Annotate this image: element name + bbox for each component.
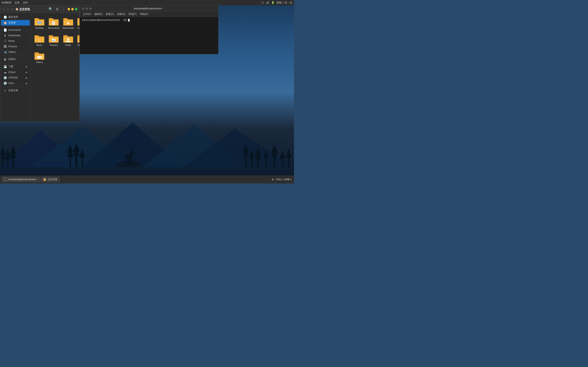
svg-marker-34 bbox=[271, 145, 278, 153]
svg-marker-28 bbox=[255, 151, 261, 159]
more-options-button[interactable]: ⋮ bbox=[61, 7, 66, 11]
sidebar-item-downloads[interactable]: ⬇ Downloads bbox=[1, 33, 30, 38]
term-menu-search[interactable]: 搜索(S) bbox=[116, 12, 127, 16]
svg-marker-21 bbox=[79, 149, 85, 157]
term-menubar: 文件(F) 编辑(E) 查看(V) 搜索(S) 终端(T) 帮助(H) bbox=[80, 12, 218, 17]
battery-icon[interactable]: 🔋 bbox=[271, 1, 274, 4]
svg-line-49 bbox=[128, 145, 130, 147]
taskbar-top-left: 应用程序 位置 文件 bbox=[2, 1, 28, 4]
show-desktop-button[interactable]: duxiaobai@localhostcent:~ bbox=[2, 177, 40, 182]
minimize-button[interactable] bbox=[68, 8, 70, 10]
sidebar-item-label: Cent... bbox=[8, 82, 16, 85]
sidebar-item-icloud[interactable]: ☁ iCloud ⏏ bbox=[1, 69, 30, 75]
folder-documents[interactable]: Documents bbox=[47, 15, 60, 31]
screen-layout-icon[interactable]: ⊞ bbox=[272, 178, 274, 181]
folder-label: Music bbox=[36, 44, 43, 46]
svg-marker-31 bbox=[263, 150, 269, 158]
svg-marker-36 bbox=[279, 151, 285, 159]
eject-icloud-button[interactable]: ⏏ bbox=[25, 71, 27, 74]
folder-desktop[interactable]: Desktop bbox=[33, 15, 45, 31]
sidebar-item-label: Documents bbox=[8, 29, 21, 31]
folder-pictures[interactable]: Pictures bbox=[47, 33, 60, 48]
folder-music[interactable]: ♪ Music bbox=[33, 33, 45, 48]
sidebar-item-other[interactable]: + 其他位置 bbox=[1, 88, 30, 93]
sidebar-item-videos[interactable]: 📹 Videos bbox=[1, 49, 30, 55]
svg-rect-76 bbox=[5, 179, 6, 179]
term-menu-view[interactable]: 查看(V) bbox=[104, 12, 116, 16]
volume-icon[interactable]: 🔊 bbox=[266, 1, 269, 4]
fm-content: Desktop Documents bbox=[31, 13, 79, 121]
term-minimize-button[interactable] bbox=[86, 7, 88, 10]
sidebar-item-home[interactable]: 🏠 主目录 bbox=[1, 20, 30, 25]
file-menu[interactable]: 文件 bbox=[23, 1, 28, 4]
fm-titlebar: ‹ › ‹ 🏠 主文件夹 🔍 ⊞ ⋮ bbox=[0, 6, 79, 13]
term-body[interactable]: [duxiaobai@localhostcent ~]$ bbox=[80, 17, 218, 54]
sidebar-item-label: iCloud bbox=[8, 71, 15, 74]
svg-rect-35 bbox=[282, 151, 283, 167]
svg-line-53 bbox=[133, 144, 134, 147]
videos-icon: 📹 bbox=[3, 50, 7, 54]
back-button[interactable]: ‹ bbox=[2, 7, 5, 11]
downloads-icon: ⬇ bbox=[3, 34, 7, 37]
app-menu[interactable]: 应用程序 bbox=[2, 1, 11, 4]
eject-icon: 💾 bbox=[3, 65, 7, 68]
sidebar-item-music[interactable]: 🎵 Music bbox=[1, 38, 30, 44]
sidebar-item-trash[interactable]: 🗑 回收站 bbox=[1, 57, 30, 62]
folder-public[interactable]: Public bbox=[62, 33, 75, 48]
folder-templates[interactable]: 📐 Templates bbox=[76, 33, 79, 48]
term-menu-help[interactable]: 帮助(H) bbox=[138, 12, 150, 16]
eject-cdrom-button[interactable]: ⏏ bbox=[25, 76, 27, 79]
folder-label: fontconfig bbox=[77, 27, 79, 29]
up-button[interactable]: ‹ bbox=[11, 7, 14, 11]
svg-marker-33 bbox=[271, 149, 278, 157]
term-menu-file[interactable]: 文件(F) bbox=[81, 12, 93, 16]
sidebar-item-recent[interactable]: 🕐 最近使用 bbox=[1, 14, 30, 20]
folder-fontconfig[interactable]: fontconfig bbox=[76, 15, 79, 31]
sidebar-item-cdrom[interactable]: 💿 CDROM ⏏ bbox=[1, 75, 30, 80]
sidebar-item-download-mount[interactable]: 💾 下载 ⏏ bbox=[1, 64, 30, 69]
svg-point-70 bbox=[67, 38, 69, 40]
svg-point-40 bbox=[125, 155, 132, 159]
svg-text:♪: ♪ bbox=[38, 38, 40, 43]
path-home-icon: 🏠 bbox=[15, 8, 18, 11]
sidebar-item-cent[interactable]: 💿 Cent... ⏏ bbox=[1, 81, 30, 86]
svg-marker-6 bbox=[0, 151, 5, 159]
svg-rect-14 bbox=[69, 149, 71, 167]
screen-icon[interactable]: ⬛ bbox=[261, 1, 264, 4]
recent-icon: 🕐 bbox=[3, 16, 7, 19]
folder-videos[interactable]: Videos bbox=[33, 50, 45, 65]
folder-downloads[interactable]: Downloads bbox=[62, 15, 75, 31]
pictures-icon: 🖼 bbox=[3, 45, 7, 48]
svg-marker-7 bbox=[0, 147, 6, 155]
sidebar-item-documents[interactable]: 📄 Documents bbox=[1, 27, 30, 33]
folder-label: Templates bbox=[77, 44, 79, 46]
term-menu-terminal[interactable]: 终端(T) bbox=[127, 12, 138, 16]
forward-button[interactable]: › bbox=[7, 7, 9, 11]
search-button[interactable]: 🔍 bbox=[48, 7, 53, 11]
eject-cent-button[interactable]: ⏏ bbox=[25, 82, 27, 85]
svg-marker-12 bbox=[10, 150, 16, 158]
svg-rect-8 bbox=[7, 153, 8, 167]
term-close-button[interactable] bbox=[82, 7, 84, 10]
file-manager-taskbar-btn[interactable]: 主文件夹 bbox=[41, 177, 60, 182]
svg-rect-44 bbox=[126, 159, 127, 165]
svg-marker-9 bbox=[5, 153, 10, 160]
other-icon: + bbox=[3, 89, 7, 92]
term-menu-edit[interactable]: 编辑(E) bbox=[93, 12, 104, 16]
taskbar-top-right: ⬛ 🔊 🔋 星期二 16：22 bbox=[261, 1, 292, 4]
close-button[interactable] bbox=[75, 8, 77, 10]
svg-rect-72 bbox=[37, 56, 41, 58]
term-maximize-button[interactable] bbox=[89, 7, 92, 10]
svg-marker-23 bbox=[243, 149, 249, 157]
sidebar-item-label: Downloads bbox=[8, 34, 20, 37]
sidebar-item-label: CDROM bbox=[8, 76, 17, 79]
svg-rect-41 bbox=[130, 154, 132, 158]
sidebar-item-label: 回收站 bbox=[8, 58, 16, 61]
location-menu[interactable]: 位置 bbox=[15, 1, 20, 4]
sidebar-item-label: 主目录 bbox=[8, 21, 16, 25]
sidebar-item-pictures[interactable]: 🖼 Pictures bbox=[1, 44, 30, 49]
eject-button[interactable]: ⏏ bbox=[25, 65, 27, 68]
svg-marker-2 bbox=[82, 122, 184, 167]
maximize-button[interactable] bbox=[71, 8, 74, 10]
view-toggle-button[interactable]: ⊞ bbox=[55, 7, 60, 11]
